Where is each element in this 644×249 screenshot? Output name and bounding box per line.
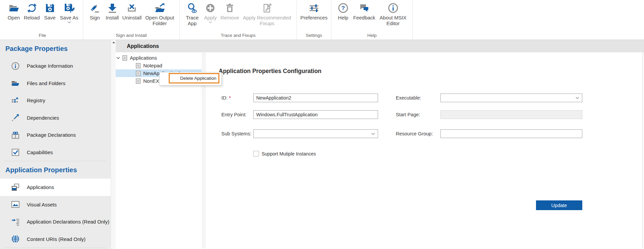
apply-icon	[205, 2, 216, 14]
sidebar: Package Properties Package Information F…	[0, 40, 111, 249]
sidebar-item-files-and-folders[interactable]: Files and Folders	[0, 75, 111, 92]
install-button[interactable]: Install	[104, 2, 121, 21]
apply-button[interactable]: Apply	[202, 2, 219, 24]
update-button[interactable]: Update	[536, 200, 582, 210]
ribbon-group-label: Settings	[300, 32, 328, 40]
sidebar-item-registry[interactable]: Registry	[0, 92, 111, 109]
entry-point-input[interactable]	[253, 110, 378, 119]
ribbon-group-label: Help	[335, 32, 409, 40]
document-icon	[122, 55, 127, 61]
tree-item-applications-root[interactable]: Applications	[116, 54, 202, 62]
package-information-icon	[11, 62, 20, 70]
sign-button[interactable]: Sign	[87, 2, 103, 21]
apply-recommended-fixups-button[interactable]: Apply Recommended Fixups	[241, 2, 293, 27]
sidebar-divider	[5, 248, 106, 248]
save-button[interactable]: Save	[42, 2, 58, 21]
form-title: Application Properties Configuration	[219, 68, 321, 75]
apply-recommended-fixups-icon	[262, 2, 272, 14]
delete-application-menu-item[interactable]: Delete Application	[169, 73, 219, 83]
id-label: ID: *	[221, 94, 231, 102]
content-uris-icon	[11, 235, 20, 243]
form-row-1: ID: * Executable:	[206, 94, 643, 102]
uninstall-button[interactable]: Uninstall	[121, 2, 143, 21]
ribbon-button-label: Install	[106, 15, 119, 20]
sidebar-item-applications[interactable]: Applications	[0, 179, 111, 196]
id-input[interactable]	[253, 94, 378, 102]
sidebar-item-visual-assets[interactable]: Visual Assets	[0, 196, 111, 213]
start-page-input	[440, 110, 582, 119]
files-and-folders-icon	[11, 79, 20, 87]
sidebar-scrollbar[interactable]	[111, 40, 116, 249]
ribbon-button-label: Open Output Folder	[144, 15, 175, 26]
trace-app-icon	[187, 2, 198, 14]
preferences-icon	[309, 2, 319, 14]
svg-text:?: ?	[341, 5, 345, 11]
open-icon	[8, 2, 19, 14]
sidebar-item-label: Package Declarations	[27, 132, 76, 138]
menu-item-label: Delete Application	[180, 76, 216, 81]
preferences-button[interactable]: Preferences	[300, 2, 328, 21]
ribbon-button-label: Save As	[60, 15, 78, 20]
checkbox-icon[interactable]	[253, 151, 259, 157]
resource-group-input[interactable]	[440, 129, 582, 138]
dependencies-icon	[11, 113, 20, 122]
open-button[interactable]: Open	[5, 2, 22, 21]
tree-item-notepad[interactable]: Notepad	[116, 62, 202, 69]
document-icon	[136, 78, 141, 84]
ribbon-button-label: Trace App	[184, 15, 200, 26]
help-icon: ?	[338, 2, 348, 14]
main-panel-header: Applications	[116, 40, 644, 52]
checkbox-label: Support Mutiple Instances	[262, 151, 316, 157]
ribbon-button-label: Feedback	[353, 15, 375, 20]
chevron-down-icon	[67, 21, 71, 23]
ribbon-group-settings: Preferences Settings	[297, 0, 331, 40]
dropdown-caret-icon	[371, 133, 375, 135]
ribbon-group-help: ? Help Feedback About MSIX Editor Help	[331, 0, 413, 40]
open-output-folder-button[interactable]: Open Output Folder	[143, 2, 176, 27]
sidebar-item-package-information[interactable]: Package Information	[0, 57, 111, 75]
about-msix-editor-button[interactable]: About MSIX Editor	[377, 2, 409, 27]
page-title: Applications	[127, 43, 159, 49]
sidebar-item-application-declarations[interactable]: Application Declarations (Read Only)	[0, 213, 111, 231]
chevron-down-icon[interactable]	[116, 57, 120, 59]
sidebar-item-capabilities[interactable]: Capabilities	[0, 144, 111, 161]
support-multiple-instances-checkbox[interactable]: Support Mutiple Instances	[253, 151, 316, 157]
executable-dropdown[interactable]	[440, 94, 582, 102]
feedback-button[interactable]: Feedback	[352, 2, 376, 21]
save-icon	[45, 2, 55, 14]
sign-icon	[90, 2, 100, 14]
sidebar-item-label: Visual Assets	[27, 202, 57, 207]
resource-group-label: Resource Group:	[396, 129, 433, 138]
remove-button[interactable]: Remove	[219, 2, 240, 21]
package-declarations-icon	[11, 131, 20, 139]
save-as-button[interactable]: Save As	[59, 2, 79, 24]
entry-point-label: Entry Point:	[221, 110, 247, 119]
application-properties-form: Application Properties Configuration ID:…	[206, 52, 643, 248]
sidebar-item-label: Applications	[27, 184, 54, 190]
sidebar-item-dependencies[interactable]: Dependencies	[0, 109, 111, 127]
visual-assets-icon	[11, 200, 20, 209]
ribbon-group-trace-and-fixups: Trace App Apply Remove	[180, 0, 297, 40]
ribbon-button-label: Apply	[204, 15, 217, 20]
open-output-folder-icon	[154, 2, 165, 14]
ribbon-group-label: Trace and Fixups	[183, 32, 293, 40]
registry-icon	[11, 96, 20, 105]
dropdown-caret-icon	[576, 97, 579, 99]
sidebar-heading-package-properties: Package Properties	[0, 40, 111, 57]
sidebar-item-package-declarations[interactable]: Package Declarations	[0, 126, 111, 144]
form-row-3: Sub Systems: Resource Group:	[206, 129, 643, 138]
form-row-2: Entry Point: Start Page:	[206, 110, 643, 119]
ribbon-button-label: Sign	[90, 15, 100, 20]
sub-systems-dropdown[interactable]	[253, 129, 378, 138]
sidebar-item-content-uris[interactable]: Content URIs (Read Only)	[0, 231, 111, 248]
ribbon-button-label: About MSIX Editor	[378, 15, 408, 26]
trace-app-button[interactable]: Trace App	[183, 2, 201, 27]
reload-button[interactable]: Reload	[23, 2, 41, 21]
scroll-up-arrow-icon[interactable]	[112, 42, 115, 43]
application-declarations-icon	[11, 217, 20, 226]
help-button[interactable]: ? Help	[335, 2, 352, 21]
capabilities-icon	[11, 148, 20, 157]
sidebar-item-label: Dependencies	[27, 115, 59, 121]
install-icon	[107, 2, 118, 14]
executable-label: Executable:	[396, 94, 421, 102]
